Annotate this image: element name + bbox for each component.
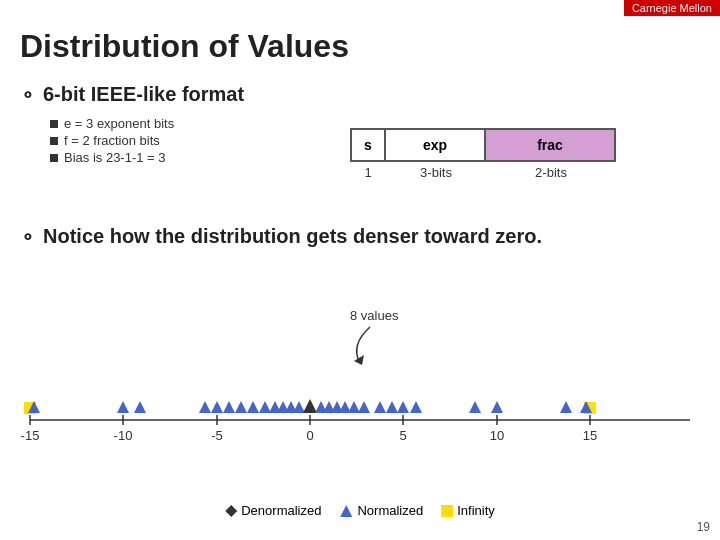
format-labels: 1 3-bits 2-bits xyxy=(350,165,616,180)
number-line-svg: -15 -10 -5 0 5 10 15 xyxy=(10,365,710,485)
svg-marker-47 xyxy=(340,505,352,517)
legend-denormalized: Denormalized xyxy=(225,503,321,518)
svg-marker-25 xyxy=(247,401,259,413)
legend-normalized-label: Normalized xyxy=(357,503,423,518)
svg-marker-30 xyxy=(293,401,305,413)
diamond-icon xyxy=(225,505,237,517)
svg-marker-21 xyxy=(199,401,211,413)
svg-text:10: 10 xyxy=(490,428,504,443)
svg-text:5: 5 xyxy=(399,428,406,443)
svg-marker-24 xyxy=(235,401,247,413)
eight-values-container: 8 values xyxy=(340,308,400,365)
bullet-text-1: e = 3 exponent bits xyxy=(64,116,174,131)
svg-marker-42 xyxy=(469,401,481,413)
svg-marker-0 xyxy=(354,355,364,365)
format-box-s: s xyxy=(350,128,386,162)
svg-text:0: 0 xyxy=(306,428,313,443)
eight-values-label: 8 values xyxy=(350,308,398,323)
svg-marker-19 xyxy=(117,401,129,413)
bullet-text-2: f = 2 fraction bits xyxy=(64,133,160,148)
label-1: 1 xyxy=(350,165,386,180)
svg-marker-22 xyxy=(211,401,223,413)
svg-marker-40 xyxy=(397,401,409,413)
svg-marker-26 xyxy=(259,401,271,413)
bullet-square-1 xyxy=(50,120,58,128)
svg-text:-15: -15 xyxy=(21,428,40,443)
svg-marker-37 xyxy=(358,401,370,413)
page-number: 19 xyxy=(697,520,710,534)
header-bar: Carnegie Mellon xyxy=(624,0,720,16)
legend-denormalized-label: Denormalized xyxy=(241,503,321,518)
svg-marker-36 xyxy=(348,401,360,413)
brand-label: Carnegie Mellon xyxy=(632,2,712,14)
format-boxes: s exp frac xyxy=(350,128,616,162)
eight-values-arrow xyxy=(340,325,400,365)
bullet-square-2 xyxy=(50,137,58,145)
svg-marker-44 xyxy=(560,401,572,413)
svg-marker-23 xyxy=(223,401,235,413)
svg-marker-31 xyxy=(303,399,317,413)
svg-marker-41 xyxy=(410,401,422,413)
triangle-icon xyxy=(339,504,353,518)
format-diagram: s exp frac 1 3-bits 2-bits xyxy=(350,128,616,180)
svg-marker-20 xyxy=(134,401,146,413)
label-3bits: 3-bits xyxy=(386,165,486,180)
section1-heading-text: 6-bit IEEE-like format xyxy=(43,83,244,106)
bullet-circle-2: ⚬ xyxy=(20,226,35,248)
legend-infinity: Infinity xyxy=(441,503,495,518)
format-box-exp: exp xyxy=(386,128,486,162)
svg-marker-46 xyxy=(225,505,237,517)
legend-infinity-label: Infinity xyxy=(457,503,495,518)
legend-normalized: Normalized xyxy=(339,503,423,518)
bullet-text-3: Bias is 23-1-1 = 3 xyxy=(64,150,166,165)
section1-heading: ⚬ 6-bit IEEE-like format xyxy=(20,83,700,106)
svg-text:-10: -10 xyxy=(114,428,133,443)
svg-text:-5: -5 xyxy=(211,428,223,443)
svg-marker-38 xyxy=(374,401,386,413)
bullet-circle-1: ⚬ xyxy=(20,84,35,106)
section2-heading: ⚬ Notice how the distribution gets dense… xyxy=(20,225,700,248)
svg-marker-39 xyxy=(386,401,398,413)
label-2bits: 2-bits xyxy=(486,165,616,180)
square-icon xyxy=(441,505,453,517)
section2-heading-text: Notice how the distribution gets denser … xyxy=(43,225,542,248)
svg-marker-43 xyxy=(491,401,503,413)
bullet-square-3 xyxy=(50,154,58,162)
format-box-frac: frac xyxy=(486,128,616,162)
svg-text:15: 15 xyxy=(583,428,597,443)
page-title: Distribution of Values xyxy=(20,28,700,65)
legend: Denormalized Normalized Infinity xyxy=(225,503,495,518)
